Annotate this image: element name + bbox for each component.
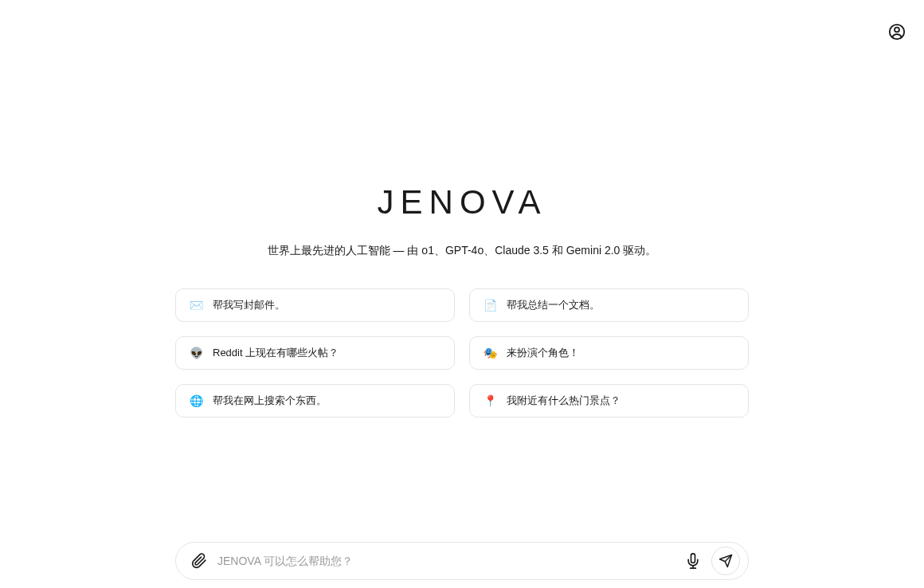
suggestion-label: Reddit 上现在有哪些火帖？: [213, 346, 339, 360]
chat-input[interactable]: [217, 555, 675, 567]
suggestion-roleplay[interactable]: 🎭 来扮演个角色！: [469, 336, 749, 370]
mic-button[interactable]: [684, 552, 702, 570]
chat-input-bar: [175, 542, 749, 580]
suggestion-label: 来扮演个角色！: [507, 346, 579, 360]
tagline-text: 世界上最先进的人工智能 — 由 o1、GPT-4o、Claude 3.5 和 G…: [268, 244, 657, 258]
suggestion-label: 帮我在网上搜索个东西。: [213, 394, 327, 408]
globe-icon: 🌐: [189, 394, 203, 408]
user-account-icon[interactable]: [887, 22, 906, 41]
app-logo: JENOVA: [378, 183, 547, 221]
mask-icon: 🎭: [483, 346, 497, 360]
document-icon: 📄: [483, 298, 497, 312]
svg-point-1: [895, 27, 899, 32]
suggestion-label: 帮我写封邮件。: [213, 298, 285, 312]
reddit-icon: 👽: [189, 346, 203, 360]
suggestion-search[interactable]: 🌐 帮我在网上搜索个东西。: [175, 384, 455, 417]
attach-button[interactable]: [190, 552, 208, 570]
suggestion-label: 我附近有什么热门景点？: [507, 394, 621, 408]
suggestion-reddit[interactable]: 👽 Reddit 上现在有哪些火帖？: [175, 336, 455, 370]
send-button[interactable]: [711, 547, 740, 575]
email-icon: ✉️: [189, 298, 203, 312]
suggestion-label: 帮我总结一个文档。: [507, 298, 600, 312]
suggestion-email[interactable]: ✉️ 帮我写封邮件。: [175, 288, 455, 322]
suggestion-nearby[interactable]: 📍 我附近有什么热门景点？: [469, 384, 749, 417]
pin-icon: 📍: [483, 394, 497, 408]
suggestion-summarize[interactable]: 📄 帮我总结一个文档。: [469, 288, 749, 322]
suggestions-grid: ✉️ 帮我写封邮件。 📄 帮我总结一个文档。 👽 Reddit 上现在有哪些火帖…: [175, 288, 749, 417]
